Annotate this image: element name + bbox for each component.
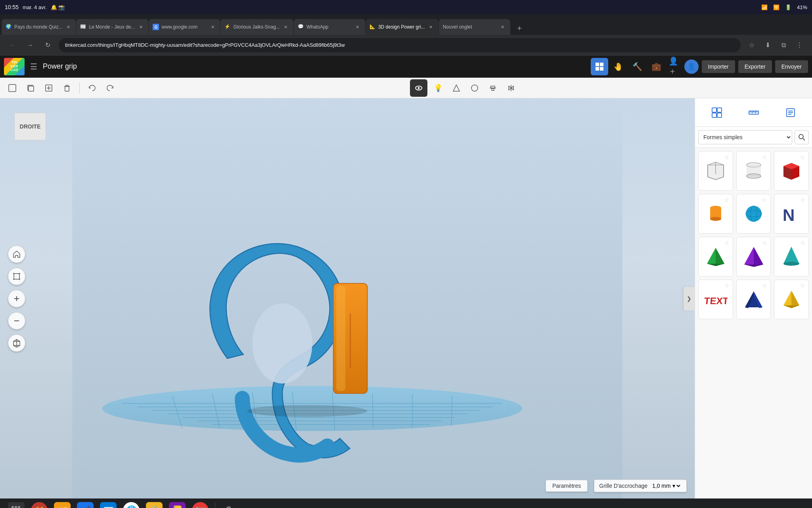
new-shape-tool[interactable]	[5, 81, 20, 96]
ruler-panel-icon[interactable]	[740, 102, 768, 124]
hand-view-btn[interactable]: 🤚	[610, 58, 627, 75]
settings-button[interactable]: ⚙	[222, 502, 236, 508]
back-button[interactable]: ←	[6, 39, 19, 52]
grid-view-btn[interactable]	[591, 58, 608, 75]
collapse-panel-arrow[interactable]: ❯	[684, 287, 695, 311]
star-icon-7[interactable]: ☆	[724, 240, 730, 246]
delete-tool[interactable]	[59, 81, 75, 96]
app-onenote[interactable]: 📒	[169, 502, 186, 508]
shape-prism-blue[interactable]: ☆	[736, 280, 771, 319]
app-camera[interactable]: 📷	[192, 502, 209, 508]
user-avatar[interactable]: 👤	[684, 59, 699, 74]
hammer-btn[interactable]: 🔨	[629, 58, 646, 75]
extensions-button[interactable]: ⧉	[777, 39, 790, 52]
app-firefox[interactable]: 🦊	[31, 502, 48, 508]
star-icon-1[interactable]: ☆	[724, 154, 730, 160]
star-icon-11[interactable]: ☆	[762, 282, 767, 289]
tab-close-3[interactable]: ✕	[209, 23, 216, 31]
menu-button[interactable]: ⋮	[793, 39, 806, 52]
shape-pyramid-yellow[interactable]: ☆	[774, 280, 809, 319]
shapes-panel-icon[interactable]	[703, 102, 731, 124]
tab-close-2[interactable]: ✕	[137, 23, 144, 31]
star-icon-10[interactable]: ☆	[724, 282, 730, 289]
star-icon-4[interactable]: ☆	[724, 197, 730, 203]
add-user-button[interactable]: 👤＋	[668, 59, 683, 74]
mirror-tool[interactable]	[504, 81, 519, 96]
viewport[interactable]: DROITE	[0, 98, 695, 498]
tab-close-1[interactable]: ✕	[65, 23, 72, 31]
shapes-grid: ☆	[695, 148, 812, 498]
star-icon-9[interactable]: ☆	[800, 240, 805, 246]
star-icon-6[interactable]: ☆	[800, 197, 805, 203]
tab-pays-du-monde[interactable]: 🌍 Pays du monde Quiz... ✕	[2, 19, 76, 35]
reload-button[interactable]: ↻	[41, 39, 54, 52]
forward-button[interactable]: →	[24, 39, 36, 52]
align-tool[interactable]	[485, 81, 500, 96]
shape-pyramid-green[interactable]: ☆	[698, 237, 733, 276]
home-view-tool[interactable]	[8, 245, 25, 263]
download-button[interactable]: ⬇	[761, 39, 774, 52]
fit-view-tool[interactable]	[8, 268, 25, 285]
shape-box-grey[interactable]: ☆	[698, 151, 733, 191]
shape-pyramid-purple[interactable]: ☆	[736, 237, 771, 276]
tab-close-4[interactable]: ✕	[282, 23, 289, 31]
tab-title-5: WhatsApp	[306, 24, 352, 30]
shape-cube-red[interactable]: ☆	[774, 151, 809, 191]
tab-close-5[interactable]: ✕	[354, 23, 361, 31]
list-view-icon[interactable]: ☰	[30, 62, 37, 71]
tab-3d-design[interactable]: 📐 3D design Power gri... ✕	[366, 19, 439, 35]
app-outlook[interactable]: 📧	[100, 502, 117, 508]
address-input[interactable]	[59, 38, 741, 52]
shape-text-n[interactable]: ☆ N	[774, 194, 809, 234]
shape-sphere-blue[interactable]: ☆	[736, 194, 771, 234]
suitcase-btn[interactable]: 💼	[648, 58, 665, 75]
tab-new[interactable]: Nouvel onglet ✕	[439, 19, 510, 35]
app-files[interactable]: 📁	[54, 502, 71, 508]
app-meet[interactable]: 📹	[77, 502, 94, 508]
star-icon-3[interactable]: ☆	[800, 154, 805, 160]
zoom-in-tool[interactable]	[8, 290, 25, 307]
undo-tool[interactable]	[84, 81, 100, 96]
tab-glorious[interactable]: ⚡ Glorious Jaiks-Snag... ✕	[220, 19, 293, 35]
shape-cylinder-grey[interactable]: ☆	[736, 151, 771, 191]
zoom-out-tool[interactable]	[8, 312, 25, 330]
notes-panel-icon[interactable]	[777, 102, 804, 124]
tab-whatsapp[interactable]: 💬 WhatsApp ✕	[294, 19, 365, 35]
light-tool[interactable]: 💡	[431, 81, 446, 96]
tab-close-6[interactable]: ✕	[427, 23, 435, 31]
paste-tool[interactable]	[41, 81, 56, 96]
envoyer-button[interactable]: Envoyer	[775, 60, 808, 73]
exporter-button[interactable]: Exporter	[738, 60, 772, 73]
app-launcher[interactable]	[8, 502, 25, 508]
circle-tool[interactable]	[467, 81, 482, 96]
star-icon-5[interactable]: ☆	[762, 197, 767, 203]
tab-favicon-2: 📰	[80, 24, 86, 30]
category-select[interactable]: Formes simples Formes avancées Texte & c…	[698, 130, 792, 144]
new-tab-button[interactable]: ＋	[512, 21, 527, 35]
star-icon-2[interactable]: ☆	[762, 154, 767, 160]
search-button[interactable]	[795, 130, 809, 144]
shape-text-red[interactable]: ☆ TEXT	[698, 280, 733, 319]
svg-point-13	[471, 85, 478, 91]
tab-le-monde[interactable]: 📰 Le Monde - Jeux de... ✕	[76, 19, 148, 35]
tinkercad-logo[interactable]: TINKERCAD	[4, 58, 25, 75]
grid-snap-select[interactable]: 1,0 mm ▾ 0,5 mm 2,0 mm	[651, 482, 682, 489]
bookmark-button[interactable]: ☆	[745, 39, 758, 52]
cube-view-tool[interactable]	[8, 334, 25, 352]
panel-search-row: Formes simples Formes avancées Texte & c…	[695, 127, 812, 148]
shape-cone-teal[interactable]: ☆	[774, 237, 809, 276]
tab-title-3: www.google.com	[161, 24, 207, 30]
eye-tool[interactable]	[410, 79, 427, 97]
importer-button[interactable]: Importer	[702, 60, 735, 73]
shape-tool[interactable]	[449, 81, 464, 96]
star-icon-12[interactable]: ☆	[800, 282, 805, 289]
tab-google[interactable]: G www.google.com ✕	[149, 19, 220, 35]
parametres-button[interactable]: Paramètres	[546, 480, 588, 492]
shape-cylinder-orange[interactable]: ☆	[698, 194, 733, 234]
star-icon-8[interactable]: ☆	[762, 240, 767, 246]
app-locked[interactable]: 🔒	[146, 502, 163, 508]
redo-tool[interactable]	[103, 81, 118, 96]
tab-close-7[interactable]: ✕	[499, 23, 506, 31]
copy-tool[interactable]	[23, 81, 38, 96]
app-chrome[interactable]: 🌐	[123, 502, 140, 508]
